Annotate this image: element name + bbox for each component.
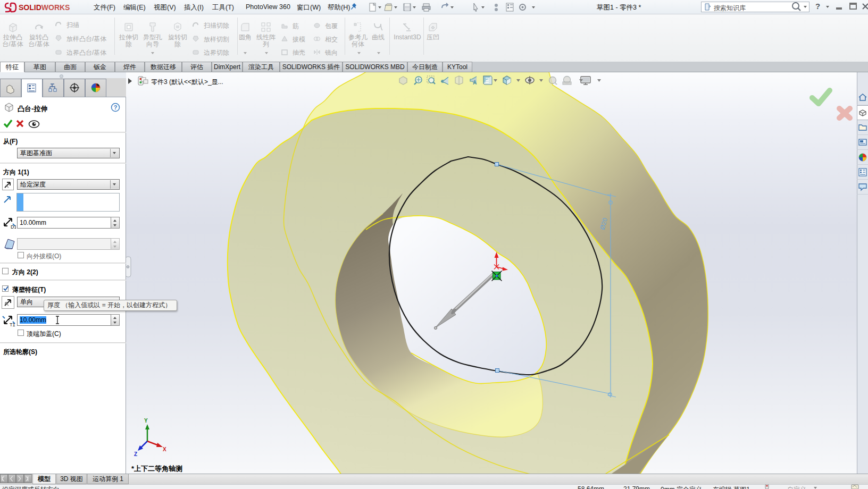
svg-text:零件3 (默认<<默认>_显...: 零件3 (默认<<默认>_显...: [151, 78, 223, 86]
svg-text:SOLIDWORKS: SOLIDWORKS: [19, 3, 70, 12]
svg-text:*上下二等角轴测: *上下二等角轴测: [131, 465, 182, 473]
svg-text:Y: Y: [144, 418, 148, 424]
svg-text:Z: Z: [134, 451, 137, 457]
svg-text:X: X: [163, 446, 166, 452]
svg-text:?: ?: [114, 104, 118, 111]
svg-text:T1: T1: [10, 322, 15, 327]
svg-text:A: A: [473, 80, 477, 86]
svg-text:D1: D1: [11, 224, 16, 229]
